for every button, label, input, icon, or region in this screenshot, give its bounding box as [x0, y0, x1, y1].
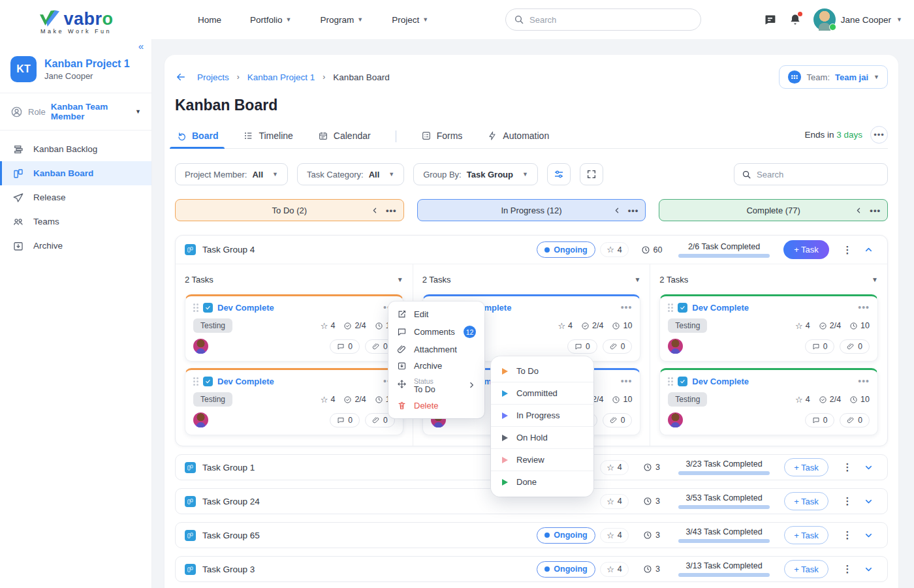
- group-kebab-menu[interactable]: ⋮: [836, 461, 859, 473]
- drag-handle-icon[interactable]: [668, 377, 673, 386]
- status-option-review[interactable]: Review: [491, 448, 593, 471]
- task-title[interactable]: Dev Complete: [217, 377, 274, 386]
- tab-forms[interactable]: Forms: [420, 125, 464, 148]
- column-task-count[interactable]: 2 Tasks▼: [185, 271, 403, 288]
- task-group-3-row[interactable]: Task Group 3 Ongoing ☆4 3 3/13 Task Comp…: [175, 556, 888, 582]
- card-more-button[interactable]: •••: [621, 376, 633, 386]
- sidebar-item-release[interactable]: Release: [0, 185, 151, 209]
- drag-handle-icon[interactable]: [668, 303, 673, 312]
- project-block[interactable]: KT Kanban Project 1 Jane Cooper: [0, 39, 151, 93]
- group-kebab-menu[interactable]: ⋮: [836, 529, 859, 541]
- menu-item-delete[interactable]: Delete: [388, 397, 484, 414]
- task-title[interactable]: Dev Complete: [692, 377, 749, 386]
- breadcrumb-projects[interactable]: Projects: [197, 72, 229, 82]
- board-search-input[interactable]: [757, 170, 880, 179]
- add-task-button[interactable]: + Task: [784, 560, 828, 578]
- column-header-in-progress[interactable]: In Progress (12) •••: [417, 199, 646, 221]
- group-kebab-menu[interactable]: ⋮: [836, 563, 859, 575]
- menu-item-archive[interactable]: Archive: [388, 358, 484, 374]
- comments-pill[interactable]: 0: [330, 413, 360, 427]
- back-arrow-icon[interactable]: [175, 71, 187, 83]
- menu-item-comments[interactable]: Comments 12: [388, 322, 484, 341]
- add-task-button[interactable]: + Task: [783, 240, 829, 259]
- breadcrumb-project[interactable]: Kanban Project 1: [247, 72, 315, 82]
- comments-pill[interactable]: 0: [567, 339, 597, 354]
- comments-pill[interactable]: 0: [330, 339, 360, 354]
- board-more-button[interactable]: •••: [870, 126, 888, 144]
- add-task-button[interactable]: + Task: [784, 526, 828, 544]
- task-title[interactable]: Dev Complete: [217, 303, 274, 313]
- chevron-left-icon[interactable]: [855, 206, 863, 215]
- task-card[interactable]: Dev Complete ••• Testing ☆4 2/4 10: [185, 368, 403, 435]
- nav-program[interactable]: Program▼: [320, 15, 363, 25]
- status-option-committed[interactable]: Committed: [491, 382, 593, 404]
- task-group-65-row[interactable]: Task Group 65 Ongoing ☆4 3 3/43 Task Com…: [175, 522, 888, 548]
- advanced-filters-button[interactable]: [547, 163, 571, 185]
- expand-group-button[interactable]: [859, 463, 878, 472]
- menu-item-attachment[interactable]: Attachment: [388, 341, 484, 358]
- group-kebab-menu[interactable]: ⋮: [836, 244, 859, 256]
- column-task-count[interactable]: 2 Tasks▼: [659, 271, 878, 288]
- global-search[interactable]: [505, 8, 701, 31]
- comments-pill[interactable]: 0: [805, 339, 835, 354]
- tab-automation[interactable]: Automation: [486, 125, 550, 148]
- global-search-input[interactable]: [529, 15, 693, 25]
- assignee-avatar[interactable]: [668, 339, 683, 354]
- attachments-pill[interactable]: 0: [603, 339, 633, 354]
- tab-board[interactable]: Board: [175, 125, 219, 148]
- nav-home[interactable]: Home: [198, 15, 221, 25]
- attachments-pill[interactable]: 0: [603, 413, 633, 427]
- expand-group-button[interactable]: [859, 497, 878, 506]
- task-card[interactable]: Dev Complete ••• Testing ☆4 2/4 10: [659, 294, 878, 362]
- drag-handle-icon[interactable]: [193, 303, 198, 312]
- user-menu[interactable]: Jane Cooper ▼: [813, 8, 902, 31]
- nav-portfolio[interactable]: Portfolio▼: [250, 15, 291, 25]
- assignee-avatar[interactable]: [668, 412, 683, 427]
- nav-project[interactable]: Project▼: [392, 15, 428, 25]
- add-task-button[interactable]: + Task: [784, 458, 828, 476]
- sidebar-item-kanban-backlog[interactable]: Kanban Backlog: [0, 137, 151, 161]
- card-more-button[interactable]: •••: [858, 302, 870, 313]
- filter-task-category[interactable]: Task Category:All ▼: [297, 163, 404, 185]
- column-header-complete[interactable]: Complete (77) •••: [659, 199, 888, 221]
- sidebar-collapse-icon[interactable]: «: [138, 40, 144, 52]
- attachments-pill[interactable]: 0: [840, 413, 870, 427]
- fullscreen-button[interactable]: [580, 163, 603, 185]
- ellipsis-icon[interactable]: •••: [870, 206, 881, 215]
- board-search[interactable]: [734, 163, 888, 185]
- column-task-count[interactable]: 2 Tasks▼: [422, 271, 641, 288]
- task-card[interactable]: Dev Complete ••• Testing ☆4 2/4 10: [659, 368, 878, 435]
- ellipsis-icon[interactable]: •••: [628, 206, 639, 215]
- expand-group-button[interactable]: [859, 531, 878, 540]
- sidebar-item-teams[interactable]: Teams: [0, 209, 151, 234]
- team-selector[interactable]: Team: Team jai ▼: [779, 65, 888, 89]
- add-task-button[interactable]: + Task: [784, 492, 828, 510]
- menu-item-edit[interactable]: Edit: [388, 306, 484, 322]
- notifications-button[interactable]: [789, 13, 802, 26]
- task-card[interactable]: Dev Complete ••• Testing ☆4 2/4 10: [185, 294, 403, 362]
- sidebar-item-archive[interactable]: Archive: [0, 234, 151, 258]
- ellipsis-icon[interactable]: •••: [386, 206, 397, 215]
- filter-project-member[interactable]: Project Member:All ▼: [175, 163, 288, 185]
- chevron-left-icon[interactable]: [613, 206, 622, 215]
- chevron-left-icon[interactable]: [371, 206, 379, 215]
- role-selector[interactable]: Kanban Team Member: [51, 102, 130, 121]
- card-more-button[interactable]: •••: [858, 376, 870, 386]
- card-more-button[interactable]: •••: [621, 302, 633, 313]
- collapse-group-button[interactable]: [859, 245, 878, 255]
- filter-group-by[interactable]: Group By:Task Group ▼: [413, 163, 538, 185]
- comments-pill[interactable]: 0: [805, 413, 835, 427]
- expand-group-button[interactable]: [859, 565, 878, 574]
- sidebar-item-kanban-board[interactable]: Kanban Board: [0, 161, 151, 185]
- drag-handle-icon[interactable]: [193, 377, 198, 386]
- task-title[interactable]: Dev Complete: [692, 303, 749, 313]
- assignee-avatar[interactable]: [193, 412, 208, 427]
- assignee-avatar[interactable]: [193, 339, 208, 354]
- menu-item-status[interactable]: Status To Do: [388, 374, 484, 397]
- status-option-on-hold[interactable]: On Hold: [491, 426, 593, 448]
- column-header-todo[interactable]: To Do (2) •••: [175, 199, 404, 221]
- feedback-button[interactable]: [763, 13, 777, 27]
- status-option-todo[interactable]: To Do: [491, 360, 593, 382]
- tab-timeline[interactable]: Timeline: [242, 125, 294, 148]
- status-option-done[interactable]: Done: [491, 471, 593, 493]
